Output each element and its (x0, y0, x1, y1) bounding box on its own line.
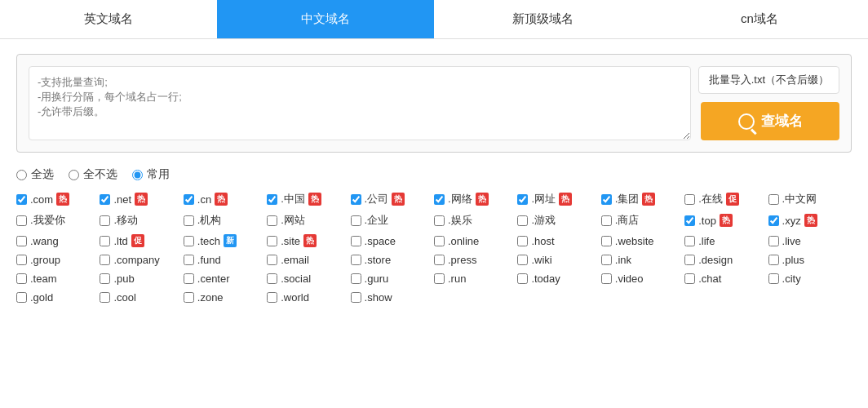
domain-item: .store (351, 254, 434, 266)
domain-checkbox[interactable] (434, 194, 445, 205)
domain-checkbox[interactable] (434, 273, 445, 284)
domain-item: .ltd促 (100, 234, 183, 247)
search-right-panel: 批量导入.txt（不含后缀） 查域名 (701, 66, 839, 140)
search-icon (738, 113, 755, 130)
domain-checkbox[interactable] (16, 273, 27, 284)
domain-name-label: .网址 (531, 192, 556, 206)
domain-checkbox[interactable] (684, 194, 695, 205)
domain-checkbox[interactable] (351, 255, 361, 265)
domain-checkbox[interactable] (434, 236, 445, 246)
option-common[interactable]: 常用 (132, 167, 170, 182)
domain-checkbox[interactable] (100, 292, 110, 303)
tab-new-tld[interactable]: 新顶级域名 (434, 0, 651, 38)
domain-checkbox[interactable] (16, 255, 27, 265)
domain-item: .guru (351, 273, 434, 285)
domain-checkbox[interactable] (517, 236, 528, 246)
domain-checkbox[interactable] (768, 194, 779, 205)
domain-checkbox[interactable] (267, 292, 277, 303)
domain-checkbox[interactable] (100, 236, 110, 246)
option-all[interactable]: 全选 (16, 167, 54, 182)
domain-checkbox[interactable] (16, 194, 27, 205)
domain-checkbox[interactable] (267, 215, 277, 226)
domain-checkbox[interactable] (351, 273, 361, 284)
tab-cn-domain[interactable]: 中文域名 (217, 0, 434, 38)
domain-item: .游戏 (517, 213, 600, 228)
import-button[interactable]: 批量导入.txt（不含后缀） (698, 66, 839, 94)
domain-badge: 热 (56, 193, 69, 206)
domain-checkbox[interactable] (601, 273, 612, 284)
domain-checkbox[interactable] (16, 292, 27, 303)
option-all-label: 全选 (31, 167, 54, 182)
domain-checkbox[interactable] (351, 215, 361, 226)
domain-badge: 热 (392, 193, 405, 206)
domain-badge: 热 (303, 234, 317, 247)
domain-checkbox[interactable] (517, 194, 528, 205)
domain-checkbox[interactable] (351, 194, 361, 205)
tab-en-domain[interactable]: 英文域名 (0, 0, 217, 38)
domain-checkbox[interactable] (434, 215, 445, 226)
domain-item: .design (684, 254, 768, 266)
domain-checkbox[interactable] (100, 215, 110, 226)
domain-checkbox[interactable] (351, 236, 361, 246)
domain-name-label: .网站 (281, 213, 305, 228)
domain-checkbox[interactable] (684, 255, 695, 265)
domain-checkbox[interactable] (267, 273, 277, 284)
domain-search-input[interactable] (29, 66, 691, 140)
domain-badge: 新 (224, 234, 237, 247)
domain-checkbox[interactable] (184, 255, 194, 265)
domain-checkbox[interactable] (100, 194, 110, 205)
domain-checkbox[interactable] (517, 215, 528, 226)
domain-checkbox[interactable] (601, 215, 612, 226)
domain-item: .chat (684, 273, 768, 285)
domain-name-label: .city (782, 273, 801, 285)
option-none[interactable]: 全不选 (69, 167, 117, 182)
domain-checkbox[interactable] (601, 255, 612, 265)
domain-badge: 热 (804, 214, 817, 227)
domain-item: .在线促 (684, 192, 768, 206)
domain-checkbox[interactable] (16, 236, 27, 246)
domain-checkbox[interactable] (601, 194, 612, 205)
domain-badge: 促 (726, 193, 739, 206)
domain-checkbox[interactable] (184, 236, 194, 246)
search-domain-button[interactable]: 查域名 (701, 102, 839, 140)
domain-checkbox[interactable] (100, 273, 110, 284)
domain-checkbox[interactable] (184, 292, 194, 303)
domain-checkbox[interactable] (184, 194, 194, 205)
domain-checkbox[interactable] (768, 255, 779, 265)
domain-name-label: .video (615, 273, 644, 285)
domain-checkbox[interactable] (184, 215, 194, 226)
domain-item: .today (517, 273, 600, 285)
tab-cn-suffix[interactable]: cn域名 (651, 0, 868, 38)
domain-checkbox[interactable] (351, 292, 361, 303)
domain-checkbox[interactable] (768, 236, 779, 246)
domain-item: .xyz热 (768, 213, 852, 228)
domain-checkbox[interactable] (684, 273, 695, 284)
domain-name-label: .公司 (365, 192, 389, 206)
domain-name-label: .host (531, 235, 554, 247)
domain-grid: .com热.net热.cn热.中国热.公司热.网络热.网址热.集团热.在线促.中… (16, 192, 852, 304)
domain-checkbox[interactable] (517, 273, 528, 284)
domain-checkbox[interactable] (267, 194, 277, 205)
domain-item: .video (601, 273, 684, 285)
domain-item: .网址热 (517, 192, 600, 206)
domain-checkbox[interactable] (684, 236, 695, 246)
domain-checkbox[interactable] (768, 273, 779, 284)
domain-item: .online (434, 234, 517, 247)
domain-checkbox[interactable] (267, 255, 277, 265)
domain-name-label: .world (281, 291, 309, 304)
domain-item: .city (768, 273, 852, 285)
domain-checkbox[interactable] (267, 236, 277, 246)
domain-checkbox[interactable] (434, 255, 445, 265)
domain-item: .fund (184, 254, 267, 266)
domain-checkbox[interactable] (601, 236, 612, 246)
domain-checkbox[interactable] (768, 215, 779, 226)
domain-checkbox[interactable] (517, 255, 528, 265)
domain-checkbox[interactable] (100, 255, 110, 265)
domain-item: .集团热 (601, 192, 684, 206)
domain-checkbox[interactable] (184, 273, 194, 284)
domain-name-label: .ltd (113, 235, 127, 247)
domain-checkbox[interactable] (16, 215, 27, 226)
domain-name-label: .guru (365, 273, 389, 285)
domain-checkbox[interactable] (684, 215, 695, 226)
domain-name-label: .email (281, 254, 309, 266)
